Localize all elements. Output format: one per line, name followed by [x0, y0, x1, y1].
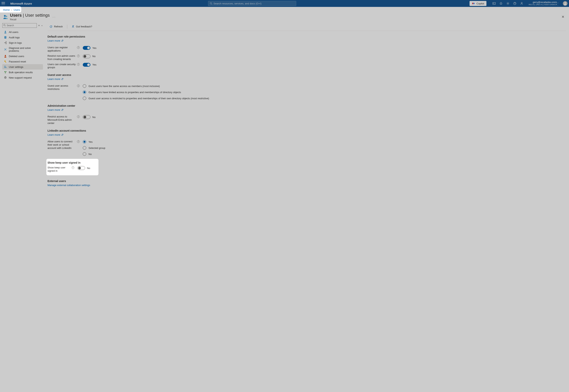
close-button[interactable]: ✕ — [560, 14, 566, 20]
radio-linkedin-selected[interactable]: Selected group — [83, 146, 105, 150]
learn-more-link[interactable]: Learn more — [47, 109, 63, 111]
account-email: gerry@recallaidev.onmi... — [528, 1, 559, 4]
label-guest-restrictions: Guest user access restrictions — [47, 84, 76, 91]
svg-point-25 — [72, 26, 73, 27]
svg-point-7 — [521, 2, 522, 3]
notifications-icon[interactable] — [498, 0, 504, 7]
radio-group-linkedin: Yes Selected group No — [83, 140, 105, 156]
refresh-button[interactable]: Refresh — [47, 24, 65, 29]
sidebar-item-diagnose[interactable]: Diagnose and solve problems — [2, 45, 43, 54]
info-icon[interactable]: i — [77, 84, 80, 87]
feedback-icon[interactable] — [519, 0, 525, 7]
hamburger-menu[interactable] — [1, 2, 5, 5]
radio-guest-restrictive[interactable]: Guest user access is restricted to prope… — [83, 97, 209, 100]
section-title: External users — [47, 180, 566, 182]
page-subtitle: Recall — [10, 18, 50, 21]
svg-rect-15 — [5, 37, 6, 37]
label-linkedin: Allow users to connect their work or sch… — [47, 140, 76, 150]
svg-point-11 — [4, 24, 5, 26]
section-linkedin: LinkedIn account connections Learn more … — [47, 129, 566, 156]
cloud-shell-icon[interactable] — [491, 0, 497, 7]
sidebar-search-input[interactable] — [2, 23, 37, 28]
svg-rect-16 — [5, 37, 6, 38]
sidebar-item-signin-logs[interactable]: Sign-in logs — [2, 40, 43, 45]
svg-line-12 — [5, 26, 6, 26]
help-icon[interactable] — [512, 0, 518, 7]
info-icon[interactable]: i — [72, 166, 74, 169]
breadcrumb-users[interactable]: Users — [14, 8, 20, 11]
sidebar-item-audit-logs[interactable]: Audit logs — [2, 35, 43, 40]
brand-label[interactable]: Microsoft Azure — [10, 2, 32, 5]
account-block[interactable]: gerry@recallaidev.onmi... RECALL (RECALL… — [528, 1, 559, 6]
radio-linkedin-no[interactable]: No — [83, 152, 105, 156]
svg-point-17 — [5, 55, 6, 56]
clear-icon[interactable]: ✕ — [38, 24, 40, 27]
search-icon — [3, 24, 6, 27]
section-default-perms: Default user role permissions Learn more… — [47, 35, 566, 69]
toolbar: Refresh Got feedback? — [47, 22, 566, 31]
feedback-button[interactable]: Got feedback? — [69, 24, 94, 29]
external-link-icon — [61, 109, 63, 111]
external-link-icon — [61, 78, 63, 80]
radio-guest-inclusive[interactable]: Guest users have the same access as memb… — [83, 84, 209, 88]
sidebar-item-user-settings[interactable]: User settings — [2, 64, 43, 70]
svg-point-21 — [4, 71, 5, 72]
svg-point-9 — [4, 15, 6, 17]
search-icon — [210, 2, 212, 5]
radio-linkedin-yes[interactable]: Yes — [83, 140, 105, 143]
info-icon[interactable]: i — [77, 63, 80, 66]
sidebar-item-password-reset[interactable]: Password reset — [2, 59, 43, 64]
sidebar-item-support[interactable]: New support request — [2, 75, 43, 80]
learn-more-link[interactable]: Learn more — [47, 78, 63, 81]
svg-rect-4 — [493, 2, 495, 4]
external-collab-link[interactable]: Manage external collaboration settings — [47, 184, 90, 187]
sidebar-search: ✕ « — [2, 23, 43, 28]
section-guest-access: Guest user access Learn more Guest user … — [47, 73, 566, 100]
breadcrumb: Home › Users — [0, 7, 569, 12]
external-link-icon — [61, 40, 63, 42]
top-icon-bar — [491, 0, 525, 7]
top-bar: Microsoft Azure Copilot gerry@recallaide… — [0, 0, 569, 7]
learn-more-link[interactable]: Learn more — [47, 39, 63, 42]
label-keep-signed: Show keep user signed in — [47, 166, 70, 173]
sidebar-item-bulk-results[interactable]: Bulk operation results — [2, 70, 43, 75]
info-icon[interactable]: i — [77, 46, 80, 49]
collapse-icon[interactable]: « — [41, 24, 43, 27]
radio-guest-limited[interactable]: Guest users have limited access to prope… — [83, 90, 209, 94]
section-admin-center: Administration center Learn more Restric… — [47, 104, 566, 125]
section-title: Default user role permissions — [47, 35, 566, 38]
svg-point-22 — [6, 71, 6, 72]
label-restrict-admin: Restrict access to Microsoft Entra admin… — [47, 115, 76, 125]
global-search-input[interactable] — [213, 2, 294, 5]
chevron-right-icon: › — [11, 8, 12, 11]
toggle-restrict-admin[interactable] — [83, 115, 90, 119]
section-title: Show keep user signed in — [47, 161, 97, 164]
toggle-create-groups[interactable] — [83, 63, 90, 67]
external-link-icon — [61, 134, 63, 136]
breadcrumb-home[interactable]: Home — [3, 8, 10, 11]
learn-more-link[interactable]: Learn more — [47, 133, 63, 136]
label-restrict-tenants: Restrict non-admin users from creating t… — [47, 55, 76, 61]
info-icon[interactable]: i — [77, 55, 80, 57]
svg-point-13 — [5, 31, 6, 32]
info-icon[interactable]: i — [77, 115, 80, 118]
toggle-restrict-tenants[interactable] — [83, 55, 90, 58]
sidebar-item-deleted-users[interactable]: Deleted users — [2, 54, 43, 59]
copilot-icon — [472, 2, 475, 5]
toggle-keep-signed[interactable] — [77, 166, 85, 170]
section-title: LinkedIn account connections — [47, 129, 566, 132]
avatar[interactable] — [563, 1, 568, 6]
label-register-apps: Users can register applications — [47, 46, 76, 53]
info-icon[interactable]: i — [77, 140, 80, 143]
more-menu[interactable]: ··· — [53, 15, 56, 18]
users-icon — [3, 14, 8, 20]
main-content: Refresh Got feedback? Default user role … — [44, 22, 569, 392]
toggle-register-apps[interactable] — [83, 46, 90, 50]
svg-point-23 — [5, 72, 6, 73]
settings-icon[interactable] — [505, 0, 511, 7]
copilot-button[interactable]: Copilot — [470, 1, 486, 6]
section-external-users: External users Manage external collabora… — [47, 180, 566, 187]
global-search[interactable] — [208, 1, 296, 6]
sidebar-item-all-users[interactable]: All users — [2, 29, 43, 35]
feedback-icon — [71, 25, 74, 28]
